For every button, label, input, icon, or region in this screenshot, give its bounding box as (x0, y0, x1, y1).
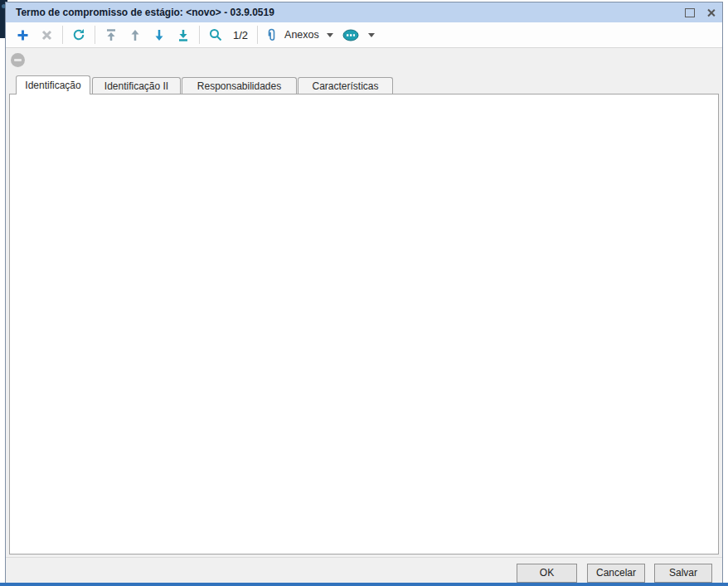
ok-button[interactable]: OK (517, 564, 577, 583)
add-button[interactable] (14, 26, 31, 44)
arrow-last-icon (177, 29, 189, 41)
arrow-down-icon (153, 29, 165, 41)
refresh-icon (72, 28, 85, 41)
move-first-button[interactable] (103, 26, 119, 44)
toolbar-separator (199, 26, 200, 44)
tab-responsabilidades[interactable]: Responsabilidades (182, 77, 297, 94)
secondary-toolbar (6, 48, 722, 74)
close-button[interactable] (706, 8, 716, 17)
toolbar: 1/2 Anexos (6, 22, 722, 48)
tab-panel (9, 94, 719, 555)
move-up-button[interactable] (127, 26, 143, 44)
maximize-button[interactable] (685, 8, 695, 17)
report-dropdown-icon[interactable] (368, 33, 375, 37)
arrow-first-icon (105, 29, 117, 41)
tab-identificacao-ii[interactable]: Identificação II (92, 77, 181, 94)
plus-icon (17, 29, 29, 41)
minus-icon (14, 59, 22, 61)
save-button[interactable]: Salvar (654, 564, 712, 583)
window-title: Termo de compromisso de estágio: <novo> … (16, 7, 274, 18)
window-controls (685, 8, 716, 17)
search-icon (209, 28, 222, 41)
cancel-button[interactable]: Cancelar (587, 564, 645, 583)
toolbar-separator (257, 26, 258, 44)
footer-separator (6, 557, 722, 558)
collapse-button[interactable] (11, 53, 25, 67)
tab-identificacao[interactable]: Identificação (16, 75, 90, 94)
delete-button[interactable] (38, 26, 55, 44)
report-button[interactable] (341, 26, 361, 44)
screen: Termo de compromisso de estágio: <novo> … (0, 0, 728, 586)
titlebar: Termo de compromisso de estágio: <novo> … (6, 2, 722, 22)
report-card-icon (341, 28, 361, 42)
move-down-button[interactable] (151, 26, 167, 44)
arrow-up-icon (129, 29, 141, 41)
search-button[interactable] (207, 26, 224, 44)
anexos-dropdown-icon[interactable] (327, 33, 333, 37)
anexos-label[interactable]: Anexos (284, 29, 319, 41)
toolbar-separator (95, 26, 95, 44)
dialog-window: Termo de compromisso de estágio: <novo> … (5, 2, 723, 584)
x-delete-icon (41, 30, 52, 41)
record-indicator: 1/2 (231, 29, 250, 41)
move-last-button[interactable] (175, 26, 192, 44)
tab-caracteristicas[interactable]: Características (298, 77, 393, 94)
paperclip-icon (265, 28, 277, 42)
window-bottom-edge (0, 583, 728, 586)
attachments-button[interactable] (265, 26, 277, 44)
toolbar-separator (62, 26, 63, 44)
refresh-button[interactable] (70, 26, 87, 44)
